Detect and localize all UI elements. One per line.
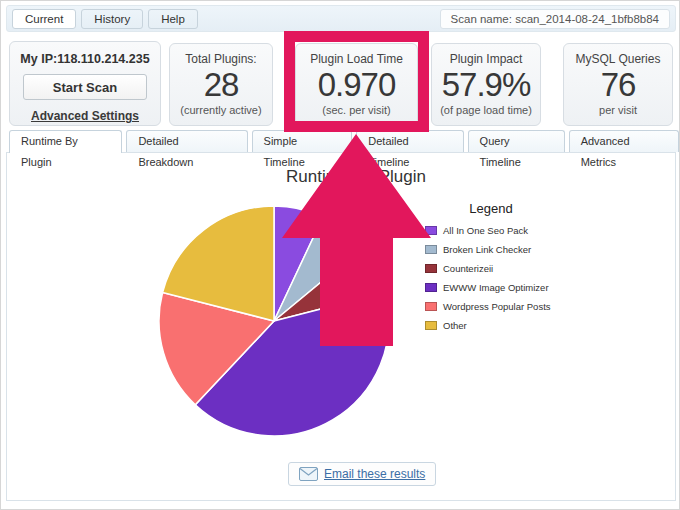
tab-help[interactable]: Help — [148, 9, 198, 29]
legend-label: Broken Link Checker — [443, 244, 531, 255]
stat-sub-label: (currently active) — [170, 104, 272, 116]
legend-item: Counterizeii — [425, 263, 557, 274]
pie-svg — [154, 201, 394, 441]
tab-current[interactable]: Current — [12, 9, 76, 29]
report-tab-bar: Runtime By Plugin Detailed Breakdown Sim… — [9, 130, 679, 153]
legend-label: Wordpress Popular Posts — [443, 301, 551, 312]
legend-label: Other — [443, 320, 467, 331]
stat-label: MySQL Queries — [564, 52, 672, 66]
scanner-panel: My IP:118.110.214.235 Start Scan Advance… — [9, 41, 161, 126]
chart-legend: Legend All In One Seo Pack Broken Link C… — [425, 201, 557, 339]
legend-swatch — [425, 321, 437, 330]
legend-swatch — [425, 226, 437, 235]
tab-detailed-timeline[interactable]: Detailed Timeline — [356, 130, 463, 152]
plugin-profiler-page: Current History Help Scan name: scan_201… — [0, 0, 680, 510]
legend-item: Wordpress Popular Posts — [425, 301, 557, 312]
legend-label: Counterizeii — [443, 263, 493, 274]
email-results-button[interactable]: Email these results — [288, 462, 436, 486]
legend-item: EWWW Image Optimizer — [425, 282, 557, 293]
start-scan-button[interactable]: Start Scan — [23, 74, 147, 100]
tab-advanced-metrics[interactable]: Advanced Metrics — [569, 130, 679, 152]
stat-plugin-load-time: Plugin Load Time 0.970 (sec. per visit) — [295, 43, 418, 126]
stat-label: Plugin Load Time — [296, 52, 417, 66]
envelope-icon — [299, 467, 318, 481]
chart-title: Runtime By Plugin — [191, 167, 521, 187]
stat-label: Total Plugins: — [170, 52, 272, 66]
legend-swatch — [425, 283, 437, 292]
top-bar: Current History Help Scan name: scan_201… — [6, 5, 676, 32]
stat-sub-label: (of page load time) — [432, 104, 540, 116]
legend-title: Legend — [425, 201, 557, 216]
legend-item: All In One Seo Pack — [425, 225, 557, 236]
runtime-pie-chart — [154, 201, 394, 441]
tab-detailed-breakdown[interactable]: Detailed Breakdown — [126, 130, 247, 152]
stat-mysql-queries: MySQL Queries 76 per visit — [563, 43, 673, 126]
tab-query-timeline[interactable]: Query Timeline — [468, 130, 565, 152]
my-ip-label: My IP:118.110.214.235 — [10, 52, 160, 66]
tab-simple-timeline[interactable]: Simple Timeline — [252, 130, 353, 152]
legend-swatch — [425, 245, 437, 254]
stat-value: 57.9% — [432, 66, 540, 104]
top-tab-bar: Current History Help — [12, 9, 198, 29]
legend-label: EWWW Image Optimizer — [443, 282, 549, 293]
tab-runtime-by-plugin[interactable]: Runtime By Plugin — [9, 130, 122, 153]
stat-sub-label: per visit — [564, 104, 672, 116]
legend-item: Broken Link Checker — [425, 244, 557, 255]
stat-label: Plugin Impact — [432, 52, 540, 66]
stat-value: 76 — [564, 66, 672, 104]
stat-plugin-impact: Plugin Impact 57.9% (of page load time) — [431, 43, 541, 126]
scan-name-badge: Scan name: scan_2014-08-24_1bfb8b84 — [440, 9, 670, 29]
legend-label: All In One Seo Pack — [443, 225, 528, 236]
legend-swatch — [425, 302, 437, 311]
stat-value: 0.970 — [296, 66, 417, 104]
stat-total-plugins: Total Plugins: 28 (currently active) — [169, 43, 273, 126]
legend-item: Other — [425, 320, 557, 331]
tab-history[interactable]: History — [81, 9, 143, 29]
advanced-settings-link[interactable]: Advanced Settings — [31, 109, 139, 123]
legend-swatch — [425, 264, 437, 273]
stat-sub-label: (sec. per visit) — [296, 104, 417, 116]
stat-value: 28 — [170, 66, 272, 104]
email-results-link[interactable]: Email these results — [324, 467, 425, 481]
